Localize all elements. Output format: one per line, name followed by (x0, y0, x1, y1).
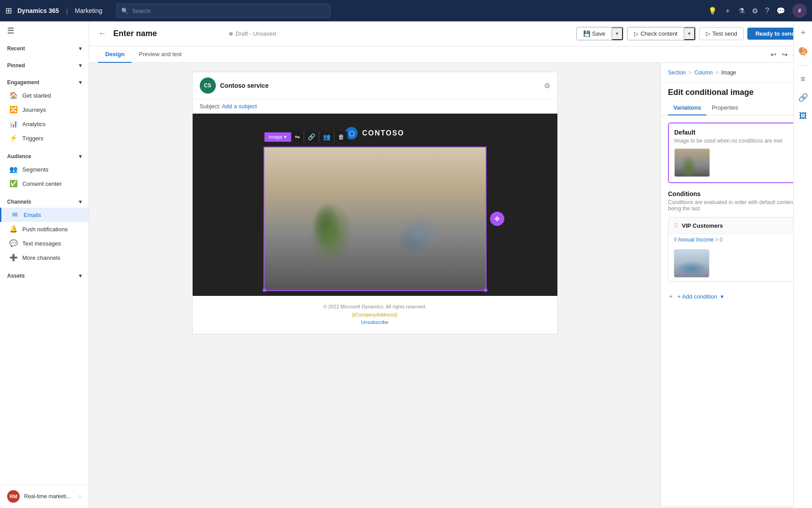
add-condition-chevron: ▾ (721, 293, 724, 300)
save-button[interactable]: 💾 Save (577, 27, 612, 40)
sidebar-item-analytics[interactable]: 📊 Analytics (0, 117, 89, 131)
panel-sidebar-icons: ＋ 🎨 ≡ 🔗 🖼 (793, 63, 812, 506)
redo-icon[interactable]: ↪ (782, 50, 787, 59)
sidebar-item-more-channels[interactable]: ➕ More channels (0, 250, 89, 265)
plus-icon[interactable]: ＋ (724, 6, 731, 16)
analytics-icon: 📊 (9, 120, 18, 128)
sidebar-footer-user[interactable]: RM Real-time marketi... ◇ (0, 484, 89, 508)
test-send-button[interactable]: ▷ Test send (699, 27, 744, 40)
email-logo-text: CONTOSO (362, 129, 404, 137)
panel-body: Default Image to be used when no conditi… (661, 115, 812, 506)
hamburger-button[interactable]: ☰ (0, 21, 89, 40)
check-chevron-button[interactable]: ▾ (684, 27, 695, 40)
move-handle[interactable]: ✥ (490, 212, 504, 226)
image-action-conditional[interactable]: 👥 (319, 131, 334, 142)
lightbulb-icon[interactable]: 💡 (708, 7, 717, 15)
more-channels-icon: ➕ (9, 254, 18, 262)
search-box[interactable]: 🔍 (116, 4, 330, 18)
push-notifications-icon: 🔔 (9, 225, 18, 233)
breadcrumb-column[interactable]: Column (694, 70, 713, 76)
chevron-recent: ▾ (79, 45, 82, 52)
email-footer: © 2022 Microsoft Dynamics. All rights re… (193, 296, 557, 334)
chat-icon[interactable]: 💬 (776, 7, 785, 15)
vip-drag-handle[interactable]: ⠿ (674, 222, 678, 229)
add-condition-label: + Add condition (677, 293, 717, 300)
breadcrumb-section[interactable]: Section (668, 70, 686, 76)
vip-condition-link[interactable]: Annual Income (678, 237, 713, 243)
image-action-move[interactable]: ⇋ (291, 131, 304, 142)
tab-preview[interactable]: Preview and test (132, 46, 189, 63)
sidebar-item-label-more: More channels (22, 254, 82, 261)
draft-dot (229, 32, 233, 36)
sidebar-group-channels[interactable]: Channels ▾ (0, 196, 89, 208)
sidebar-item-text-messages[interactable]: 💬 Text messages (0, 236, 89, 250)
settings-icon[interactable]: ⚙ (752, 7, 758, 15)
email-logo-bar: ◯ CONTOSO (193, 123, 557, 147)
brand-label: Dynamics 365 (17, 7, 59, 14)
sidebar-item-segments[interactable]: 👥 Segments (0, 162, 89, 176)
sidebar-link-icon[interactable]: 🔗 (798, 93, 808, 102)
sidebar-item-label-journeys: Journeys (22, 107, 82, 113)
page-title-input[interactable] (113, 29, 217, 38)
sidebar-item-emails[interactable]: ✉ Emails (0, 208, 89, 222)
back-button[interactable]: ← (98, 29, 106, 38)
panel-tab-variations[interactable]: Variations (668, 101, 706, 115)
editor-tabs: Design Preview and test ↩ ↪ </> (89, 46, 812, 63)
email-sender: CS Contoso service (200, 78, 269, 94)
sidebar-item-get-started[interactable]: 🏠 Get started (0, 88, 89, 102)
breadcrumb-sep-1: > (688, 70, 692, 76)
sidebar-list-icon[interactable]: ≡ (800, 74, 805, 84)
image-action-delete[interactable]: 🗑 (334, 131, 348, 142)
sender-avatar: CS (200, 78, 216, 94)
email-settings-icon[interactable]: ⚙ (544, 82, 550, 90)
email-image-block: ◯ CONTOSO Image ▾ (193, 114, 557, 296)
image-action-link[interactable]: 🔗 (304, 131, 319, 142)
draft-status: Draft - Unsaved (229, 30, 276, 37)
grid-icon[interactable]: ⊞ (5, 6, 12, 16)
breadcrumb-image: Image (721, 70, 736, 76)
sidebar-item-label-text: Text messages (22, 240, 82, 247)
default-card-desc: Image to be used when no conditions are … (674, 138, 799, 144)
sidebar-group-recent[interactable]: Recent ▾ (0, 43, 89, 54)
footer-unsubscribe-link[interactable]: Unsubscribe (361, 320, 388, 325)
sidebar-item-push-notifications[interactable]: 🔔 Push notifications (0, 222, 89, 236)
test-icon: ▷ (706, 30, 710, 37)
sidebar-item-label-consent: Consent center (22, 180, 82, 187)
add-condition-button[interactable]: ＋ + Add condition ▾ (668, 289, 724, 304)
subject-link[interactable]: Add a subject (222, 103, 257, 110)
image-label-badge[interactable]: Image ▾ (264, 132, 292, 142)
sidebar-item-journeys[interactable]: 🔀 Journeys (0, 102, 89, 117)
sidebar-group-label-pinned: Pinned (7, 62, 25, 69)
search-input[interactable] (132, 8, 326, 14)
sidebar-group-audience[interactable]: Audience ▾ (0, 151, 89, 162)
default-thumbnail-image (675, 149, 709, 176)
help-icon[interactable]: ? (765, 7, 769, 15)
vip-thumbnail[interactable] (674, 249, 709, 278)
sidebar-group-engagement[interactable]: Engagement ▾ (0, 77, 89, 88)
check-content-button[interactable]: ▷ Check content (627, 27, 684, 40)
panel-tab-properties[interactable]: Properties (706, 101, 743, 115)
sidebar-image-icon[interactable]: 🖼 (799, 111, 807, 121)
save-chevron-button[interactable]: ▾ (612, 27, 623, 40)
tab-design[interactable]: Design (98, 46, 132, 63)
default-thumbnail[interactable] (674, 148, 710, 177)
sidebar-item-consent-center[interactable]: ✅ Consent center (0, 176, 89, 191)
sidebar-group-pinned[interactable]: Pinned ▾ (0, 60, 89, 71)
save-button-group: 💾 Save ▾ (576, 27, 624, 41)
footer-address: {{CompanyAddress}} (200, 311, 550, 319)
vip-card-title: VIP Customers (682, 222, 723, 229)
undo-icon[interactable]: ↩ (771, 50, 776, 59)
sidebar-item-label-get-started: Get started (22, 92, 82, 99)
filter-icon[interactable]: ⚗ (738, 7, 745, 15)
check-icon: ▷ (634, 30, 639, 37)
nav-separator: | (66, 8, 67, 14)
resize-handle-br[interactable] (484, 288, 487, 292)
sidebar-group-assets[interactable]: Assets ▾ (0, 270, 89, 282)
image-container[interactable]: Image ▾ ⇋ 🔗 👥 🗑 (264, 147, 486, 291)
sidebar-item-triggers[interactable]: ⚡ Triggers (0, 131, 89, 145)
top-nav: ⊞ Dynamics 365 | Marketing 🔍 💡 ＋ ⚗ ⚙ ? 💬… (0, 0, 812, 21)
resize-handle-bl[interactable] (263, 288, 266, 292)
user-avatar[interactable]: # (792, 4, 807, 18)
sidebar-divider (798, 65, 808, 66)
email-subject: Subject: Add a subject (193, 99, 557, 114)
